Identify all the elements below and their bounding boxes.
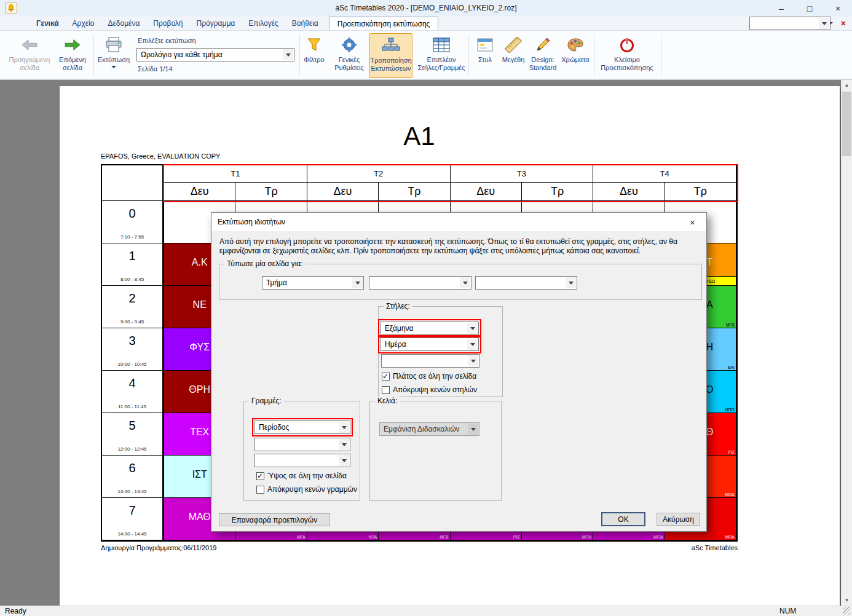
dialog-close-button[interactable]: × — [679, 213, 706, 231]
footer-brand: aSc Timetables — [101, 544, 738, 551]
full-width-checkbox-label: Πλάτος σε όλη την σελίδα — [393, 372, 476, 381]
lesson-teacher-code: ΜΓΑ — [297, 535, 306, 539]
full-width-checkbox[interactable]: Πλάτος σε όλη την σελίδα — [382, 372, 476, 381]
chevron-down-icon[interactable] — [352, 277, 363, 288]
timetable-day-header: Τρ — [522, 183, 593, 201]
chevron-down-icon — [468, 424, 478, 435]
timetable-row-header: 18:00 - 8:45 — [102, 243, 164, 286]
menu-close-icon[interactable]: × — [838, 18, 848, 28]
timetable-row-header: 07:10 - 7:55 — [102, 201, 164, 243]
period-time: 14:00 - 14:45 — [117, 531, 146, 537]
print-selection-combobox[interactable]: Ωρολόγιο για κάθε τμήμα — [136, 48, 294, 61]
rows-combobox-3[interactable] — [254, 454, 350, 467]
close-button[interactable]: × — [824, 0, 852, 17]
columns-combobox-3[interactable] — [381, 354, 479, 368]
general-settings-button[interactable]: Γενικές Ρυθμίσεις — [331, 36, 368, 72]
timetable-row-header: 310:00 - 10:45 — [102, 328, 164, 371]
page-for-combobox-2[interactable] — [369, 276, 471, 290]
period-time: 9:00 - 9:45 — [120, 319, 144, 325]
extra-columns-rows-label: Επιπλέον Στήλες/Γραμμές — [417, 56, 466, 72]
print-selection-value: Ωρολόγιο για κάθε τμήμα — [141, 50, 223, 59]
cancel-button[interactable]: Ακύρωση — [657, 513, 700, 526]
columns-combobox-2[interactable]: Ημέρα — [381, 338, 479, 351]
page-for-combobox-3[interactable] — [475, 276, 577, 290]
scroll-up-icon[interactable]: ▲ — [842, 80, 852, 90]
scrollbar-thumb[interactable] — [842, 92, 851, 156]
toolbar: Προηγούμενη σελίδα Επόμενη σελίδα Εκτύπω… — [0, 31, 852, 80]
menu-item-archeio[interactable]: Αρχείο — [66, 17, 101, 30]
rows-combobox-2[interactable] — [254, 438, 350, 451]
palette-icon — [559, 36, 591, 54]
menu-item-epiloges[interactable]: Επιλογές — [242, 17, 285, 30]
cells-group-label: Κελιά: — [375, 397, 400, 405]
lesson-subject: ΦΥΣ — [189, 342, 210, 353]
chevron-down-icon[interactable] — [283, 49, 293, 60]
menu-item-genika[interactable]: Γενικά — [30, 17, 66, 30]
chevron-down-icon[interactable] — [819, 18, 829, 29]
scroll-down-icon[interactable]: ▼ — [842, 595, 852, 606]
period-number: 3 — [128, 334, 135, 348]
chevron-down-icon[interactable] — [339, 455, 349, 466]
menu-item-voithia[interactable]: Βοήθεια — [285, 17, 325, 30]
timetable-corner-cell — [102, 165, 164, 201]
timetable-group-header: T2 — [307, 165, 451, 183]
maximize-button[interactable]: □ — [795, 0, 824, 17]
filter-button[interactable]: Φίλτρο — [300, 36, 328, 64]
resize-grip-icon[interactable] — [843, 607, 851, 615]
rows-group: Γραμμές: Περίοδος Ύψος σε όλη την σελίδα — [243, 401, 360, 501]
vertical-scrollbar[interactable]: ▲ ▼ — [841, 80, 852, 606]
lesson-teacher-code: ΜΓΒ — [726, 323, 735, 327]
titlebar: aSc Timetables 2020 - [DEMO_ENIAIO_LYKEI… — [0, 0, 852, 17]
reset-defaults-button[interactable]: Επαναφορά προεπιλογών — [219, 513, 330, 526]
style-button[interactable]: Στυλ — [471, 36, 499, 64]
timetable-group-header: T3 — [451, 165, 594, 183]
timetable-row-header: 29:00 - 9:45 — [102, 286, 164, 328]
next-page-button[interactable]: Επόμενη σελίδα — [54, 36, 91, 72]
dialog-title: Εκτύπωση ιδιοτήτων — [218, 218, 285, 226]
colors-label: Χρώματα — [559, 56, 591, 64]
chevron-down-icon[interactable] — [468, 355, 478, 366]
design-button[interactable]: Design: Standard — [526, 36, 559, 72]
funnel-icon — [300, 36, 328, 54]
ok-button[interactable]: OK — [601, 512, 645, 526]
close-preview-button[interactable]: Κλείσιμο Προεπισκόπησης — [596, 36, 658, 72]
minimize-button[interactable]: – — [767, 0, 795, 17]
cells-group: Κελιά: Εμφάνιση Διδασκαλιών — [369, 401, 502, 501]
chevron-down-icon[interactable] — [566, 277, 576, 288]
full-height-checkbox[interactable]: Ύψος σε όλη την σελίδα — [256, 472, 347, 480]
period-time: 13:00 - 13:45 — [117, 489, 146, 494]
rows-combobox-1[interactable]: Περίοδος — [254, 421, 350, 434]
print-button[interactable]: Εκτύπωση — [95, 36, 133, 68]
colors-button[interactable]: Χρώματα — [559, 36, 591, 64]
page-for-group-label: Τύπωσε μία σελίδα για: — [224, 259, 306, 268]
chevron-down-icon[interactable] — [339, 422, 349, 433]
extra-columns-rows-button[interactable]: Επιπλέον Στήλες/Γραμμές — [417, 36, 466, 72]
period-number: 1 — [128, 249, 135, 263]
modify-prints-button[interactable]: Τροποποίηση Εκτυπώσεων — [369, 33, 412, 78]
columns-combobox-1[interactable]: Εξάμηνα — [381, 322, 479, 335]
chevron-down-icon[interactable] — [339, 439, 349, 450]
table-grid-icon — [417, 36, 466, 54]
lesson-teacher-code: ΜΟΑ — [725, 492, 735, 497]
cells-combobox[interactable]: Εμφάνιση Διδασκαλιών — [379, 422, 479, 436]
tab-print-preview[interactable]: Προεπισκόπηση εκτύπωσης — [329, 17, 439, 30]
columns-group-label: Στήλες: — [384, 302, 412, 310]
dialog-description: Από αυτή την επιλογή μπορείτε να τροποπο… — [219, 237, 700, 256]
previous-page-button[interactable]: Προηγούμενη σελίδα — [4, 36, 55, 72]
sizes-button[interactable]: Μεγέθη — [499, 36, 527, 64]
menu-item-dedomena[interactable]: Δεδομένα — [101, 17, 146, 30]
lesson-teacher-code: ΡΙΖ — [728, 450, 735, 454]
hide-empty-rows-checkbox[interactable]: Απόκρυψη κενών γραμμών — [256, 485, 357, 494]
chevron-down-icon[interactable] — [467, 323, 478, 334]
period-time: 11:00 - 11:45 — [118, 404, 146, 409]
chevron-down-icon[interactable] — [467, 339, 478, 350]
design-label: Design: Standard — [526, 56, 559, 72]
search-input[interactable] — [749, 17, 830, 30]
close-preview-label: Κλείσιμο Προεπισκόπησης — [596, 56, 658, 72]
menu-item-provoli[interactable]: Προβολή — [146, 17, 189, 30]
timetable-day-header: Δευ — [593, 183, 665, 201]
page-for-combobox-1[interactable]: Τμήμα — [262, 276, 364, 290]
menu-item-programma[interactable]: Πρόγραμμα — [190, 17, 242, 30]
hide-empty-columns-checkbox[interactable]: Απόκρυψη κενών στηλών — [382, 385, 477, 394]
chevron-down-icon[interactable] — [460, 277, 470, 288]
